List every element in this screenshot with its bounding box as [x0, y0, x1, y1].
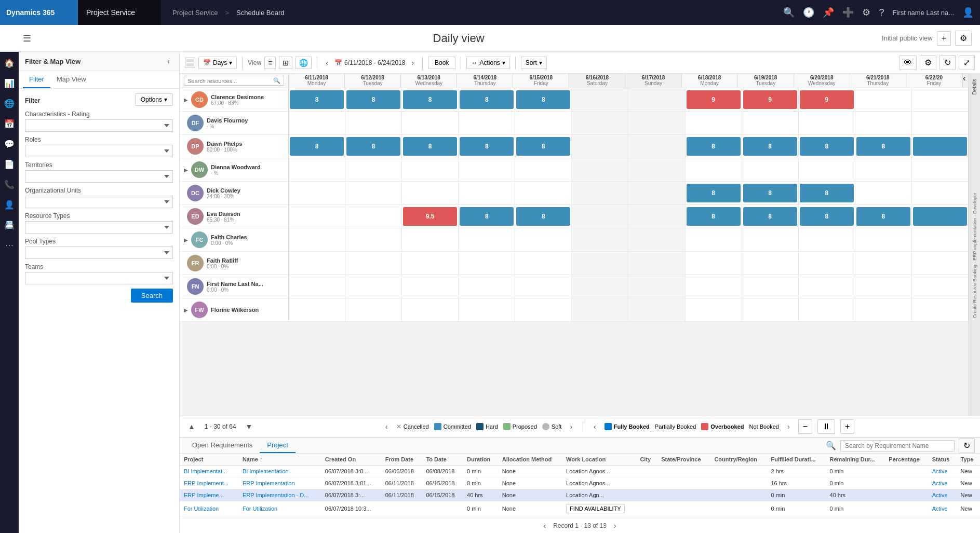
day-cell-r1-d4[interactable]	[515, 112, 572, 134]
nav-icon-home[interactable]: 🏠	[2, 56, 17, 70]
day-cell-r1-d8[interactable]	[742, 112, 799, 134]
breadcrumb-part1[interactable]: Project Service	[172, 9, 218, 17]
day-cell-r5-d5[interactable]	[572, 205, 628, 228]
nav-icon-contact[interactable]: 📇	[2, 218, 17, 232]
day-cell-r4-d2[interactable]	[402, 182, 459, 204]
eye-btn[interactable]: 👁	[899, 56, 917, 70]
project-tab[interactable]: Project	[260, 438, 295, 453]
cell-r1-c0[interactable]: ERP Implement...	[180, 477, 238, 489]
day-cell-r3-d11[interactable]	[912, 158, 969, 181]
day-cell-r0-d4[interactable]: 8	[515, 88, 572, 111]
day-cell-r9-d6[interactable]	[628, 298, 685, 321]
view-settings-button[interactable]: ⚙	[955, 31, 972, 46]
help-icon[interactable]: ?	[879, 7, 884, 18]
day-cell-r2-d6[interactable]	[628, 135, 685, 158]
day-cell-r5-d8[interactable]: 8	[742, 205, 799, 228]
record-next-btn[interactable]: ›	[611, 521, 620, 531]
globe-view-btn[interactable]: 🌐	[296, 57, 312, 69]
day-cell-r8-d5[interactable]	[572, 275, 628, 298]
day-cell-r4-d11[interactable]	[912, 182, 969, 204]
day-cell-r3-d3[interactable]	[459, 158, 515, 181]
day-cell-r6-d4[interactable]	[515, 228, 572, 251]
day-cell-r2-d2[interactable]: 8	[402, 135, 459, 158]
day-cell-r8-d8[interactable]	[742, 275, 799, 298]
day-cell-r4-d5[interactable]	[572, 182, 628, 204]
nav-icon-calendar[interactable]: 📅	[2, 117, 17, 131]
day-cell-r9-d9[interactable]	[799, 298, 855, 321]
territories-select[interactable]	[25, 170, 173, 183]
next-page-btn[interactable]: ▼	[243, 421, 256, 432]
settings-icon[interactable]: ⚙	[862, 7, 870, 18]
day-cell-r3-d5[interactable]	[572, 158, 628, 181]
day-cell-r9-d7[interactable]	[686, 298, 742, 321]
day-cell-r4-d10[interactable]	[855, 182, 912, 204]
collapse-filter-btn[interactable]: ‹	[164, 56, 173, 66]
cell-r0-c14[interactable]: Active	[928, 466, 957, 477]
day-cell-r9-d2[interactable]	[402, 298, 459, 321]
resource-search-input[interactable]	[187, 78, 273, 84]
day-cell-r2-d1[interactable]: 8	[345, 135, 402, 158]
req-search-input[interactable]	[840, 440, 955, 452]
day-cell-r3-d0[interactable]	[289, 158, 345, 181]
day-cell-r2-d9[interactable]: 8	[799, 135, 855, 158]
day-cell-r6-d11[interactable]	[912, 228, 969, 251]
day-cell-r6-d3[interactable]	[459, 228, 515, 251]
day-cell-r5-d9[interactable]: 8	[799, 205, 855, 228]
pause-btn[interactable]: ⏸	[817, 419, 835, 434]
day-cell-r8-d6[interactable]	[628, 275, 685, 298]
zoom-in-btn[interactable]: +	[840, 419, 854, 434]
day-cell-r3-d6[interactable]	[628, 158, 685, 181]
user-label[interactable]: First name Last na...	[893, 9, 955, 17]
day-cell-r1-d6[interactable]	[628, 112, 685, 134]
search-btn[interactable]: Search	[131, 289, 173, 303]
day-cell-r9-d5[interactable]	[572, 298, 628, 321]
day-cell-r5-d11[interactable]	[912, 205, 969, 228]
day-cell-r5-d7[interactable]: 8	[686, 205, 742, 228]
day-cell-r9-d4[interactable]	[515, 298, 572, 321]
day-cell-r4-d8[interactable]: 8	[742, 182, 799, 204]
day-cell-r0-d2[interactable]: 8	[402, 88, 459, 111]
day-cell-r0-d7[interactable]: 9	[686, 88, 742, 111]
day-cell-r6-d7[interactable]	[686, 228, 742, 251]
settings2-btn[interactable]: ⚙	[920, 55, 936, 70]
day-cell-r2-d0[interactable]: 8	[289, 135, 345, 158]
record-prev-btn[interactable]: ‹	[540, 521, 549, 531]
day-cell-r1-d5[interactable]	[572, 112, 628, 134]
sort-btn[interactable]: Sort ▾	[521, 57, 547, 69]
day-cell-r7-d7[interactable]	[686, 252, 742, 275]
expand-btn-3[interactable]: ▶	[184, 167, 188, 173]
legend-prev2[interactable]: ‹	[590, 421, 599, 432]
day-cell-r2-d11[interactable]	[912, 135, 969, 158]
day-cell-r6-d6[interactable]	[628, 228, 685, 251]
day-cell-r4-d1[interactable]	[345, 182, 402, 204]
day-cell-r8-d11[interactable]	[912, 275, 969, 298]
teams-select[interactable]	[25, 272, 173, 284]
row-selector[interactable]	[185, 58, 195, 68]
next-date-btn[interactable]: ›	[408, 58, 417, 68]
day-cell-r6-d0[interactable]	[289, 228, 345, 251]
days-btn[interactable]: 📅 Days ▾	[198, 57, 237, 69]
cell-r0-c0[interactable]: BI Implementat...	[180, 466, 238, 477]
fullscreen-btn[interactable]: ⤢	[959, 55, 975, 70]
day-cell-r3-d9[interactable]	[799, 158, 855, 181]
list-item[interactable]: ERP Impleme...ERP Implementation - D...0…	[180, 489, 980, 501]
day-cell-r3-d7[interactable]	[686, 158, 742, 181]
cell-r3-c1[interactable]: For Utilization	[238, 501, 321, 516]
list-view-btn[interactable]: ≡	[264, 57, 276, 69]
day-cell-r7-d9[interactable]	[799, 252, 855, 275]
scroll-right-btn[interactable]: ‹	[962, 74, 969, 88]
day-cell-r6-d10[interactable]	[855, 228, 912, 251]
req-search-icon[interactable]: 🔍	[826, 441, 836, 450]
day-cell-r5-d1[interactable]	[345, 205, 402, 228]
day-cell-r0-d5[interactable]	[572, 88, 628, 111]
add-icon[interactable]: ➕	[842, 7, 854, 18]
nav-icon-docs[interactable]: 📄	[2, 157, 17, 171]
legend-prev[interactable]: ‹	[382, 421, 391, 432]
user-avatar-icon[interactable]: 👤	[962, 7, 974, 18]
day-cell-r0-d3[interactable]: 8	[459, 88, 515, 111]
cell-r2-c1[interactable]: ERP Implementation - D...	[238, 489, 321, 501]
day-cell-r0-d6[interactable]	[628, 88, 685, 111]
day-cell-r8-d0[interactable]	[289, 275, 345, 298]
cell-r1-c14[interactable]: Active	[928, 477, 957, 489]
day-cell-r2-d10[interactable]: 8	[855, 135, 912, 158]
